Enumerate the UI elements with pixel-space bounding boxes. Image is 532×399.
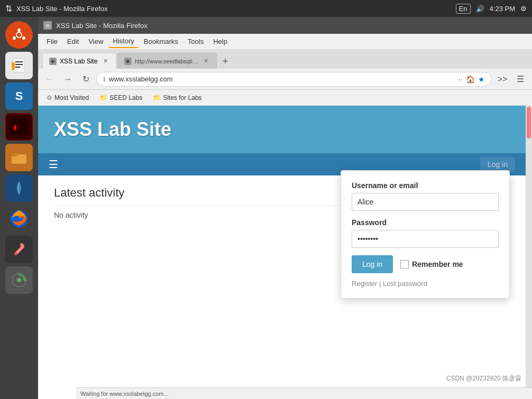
password-input[interactable]	[352, 230, 499, 248]
menu-bar: File Edit View History Bookmarks Tools H…	[38, 34, 532, 50]
tab-close-1[interactable]: ✕	[101, 57, 109, 66]
hamburger-nav-icon[interactable]: ☰	[49, 158, 58, 171]
os-arrows: ⇅	[5, 4, 12, 14]
os-language: En	[456, 4, 471, 14]
sites-for-labs-icon: 📁	[153, 94, 161, 101]
sidebar: S ▮	[0, 17, 38, 399]
page-content: XSS Lab Site ☰ Log in Latest activity No…	[38, 106, 532, 399]
svg-point-2	[13, 36, 16, 40]
more-tools-button[interactable]: >>	[495, 72, 510, 87]
menu-view[interactable]: View	[84, 35, 107, 48]
login-panel: Username or email Password Log in Rememb…	[341, 170, 510, 299]
menu-tools[interactable]: Tools	[184, 35, 208, 48]
seed-labs-label: SEED Labs	[109, 94, 142, 101]
login-links: Register | Lost password	[352, 280, 499, 287]
titlebar-text: XSS Lab Site - Mozilla Firefox	[56, 22, 527, 30]
scrollbar[interactable]	[526, 106, 532, 399]
tab-favicon-1: ⊕	[49, 58, 57, 65]
tab-label-2: http://www.seedlabsqlinje...	[135, 58, 198, 64]
bookmarks-bar: ⚙ Most Visited 📁 SEED Labs 📁 Sites for L…	[38, 90, 532, 106]
os-volume-icon: 🔊	[476, 5, 484, 13]
os-power-icon: ⚙	[520, 5, 527, 13]
os-topbar: ⇅ XSS Lab Site - Mozilla Firefox En 🔊 4:…	[0, 0, 532, 17]
login-button[interactable]: Log in	[352, 255, 393, 273]
site-title: XSS Lab Site	[54, 118, 171, 141]
os-topbar-left: ⇅ XSS Lab Site - Mozilla Firefox	[5, 4, 108, 14]
svg-rect-5	[13, 59, 25, 72]
new-tab-button[interactable]: +	[218, 54, 233, 69]
pocket-icon[interactable]: 🏠	[466, 75, 475, 83]
svg-rect-9	[12, 62, 15, 70]
reload-button[interactable]: ↻	[78, 72, 93, 87]
os-time: 4:23 PM	[490, 5, 515, 13]
nav-login-button[interactable]: Log in	[480, 157, 515, 172]
browser-window: ⊕ XSS Lab Site - Mozilla Firefox File Ed…	[38, 17, 532, 399]
svg-text:▮: ▮	[13, 122, 18, 132]
firefox-icon[interactable]	[5, 205, 33, 233]
bookmark-seed-labs[interactable]: 📁 SEED Labs	[95, 93, 146, 103]
titlebar-favicon: ⊕	[43, 21, 52, 30]
os-topbar-right: En 🔊 4:23 PM ⚙	[456, 4, 527, 14]
seed-labs-icon: 📁	[99, 94, 107, 101]
website: XSS Lab Site ☰ Log in Latest activity No…	[38, 106, 526, 399]
watermark: CSDN @20232820 陈彦霖	[446, 374, 521, 383]
page-body: Latest activity No activity Username or …	[38, 175, 526, 387]
tab-close-2[interactable]: ✕	[201, 57, 210, 66]
tab-label-1: XSS Lab Site	[60, 58, 97, 65]
tab-seedlab[interactable]: ⊕ http://www.seedlabsqlinje... ✕	[117, 53, 217, 69]
sites-for-labs-label: Sites for Labs	[163, 94, 201, 101]
login-actions-row: Log in Remember me	[352, 255, 499, 273]
register-link[interactable]: Register	[352, 280, 377, 287]
terminal-icon[interactable]: ▮	[5, 113, 33, 141]
site-header: XSS Lab Site	[38, 106, 526, 153]
svg-point-1	[17, 29, 21, 32]
notes-icon[interactable]	[5, 52, 33, 79]
links-separator: |	[379, 280, 383, 287]
file-manager-icon[interactable]	[5, 144, 33, 171]
menu-bookmarks[interactable]: Bookmarks	[140, 35, 182, 48]
svg-point-16	[15, 253, 17, 255]
os-title: XSS Lab Site - Mozilla Firefox	[16, 5, 108, 13]
username-label: Username or email	[352, 181, 499, 190]
password-label: Password	[352, 218, 499, 227]
lost-password-link[interactable]: Lost password	[383, 280, 427, 287]
bookmark-sites-for-labs[interactable]: 📁 Sites for Labs	[149, 93, 206, 103]
menu-history[interactable]: History	[108, 35, 138, 48]
hamburger-button[interactable]: ☰	[513, 72, 528, 87]
address-bar: ← → ↻ ℹ www.xsslabelgg.com ··· 🏠 ★ >> ☰	[38, 69, 532, 90]
tab-favicon-2: ⊕	[124, 58, 132, 65]
most-visited-icon: ⚙	[47, 94, 52, 101]
svg-rect-13	[12, 153, 18, 156]
wrench-icon[interactable]	[5, 236, 33, 263]
menu-help[interactable]: Help	[209, 35, 232, 48]
bookmark-star-icon[interactable]: ★	[478, 75, 485, 83]
libreoffice-icon[interactable]: S	[5, 82, 33, 110]
tab-bar: ⊕ XSS Lab Site ✕ ⊕ http://www.seedlabsql…	[38, 50, 532, 69]
update-manager-icon[interactable]	[5, 266, 33, 294]
most-visited-label: Most Visited	[54, 94, 89, 101]
bookmark-most-visited[interactable]: ⚙ Most Visited	[42, 93, 93, 103]
username-input[interactable]	[352, 193, 499, 211]
url-bar[interactable]: ℹ www.xsslabelgg.com ··· 🏠 ★	[96, 72, 492, 87]
remember-me-text: Remember me	[412, 260, 463, 268]
title-bar: ⊕ XSS Lab Site - Mozilla Firefox	[38, 17, 532, 34]
forward-button[interactable]: →	[60, 72, 75, 87]
back-button[interactable]: ←	[42, 72, 57, 87]
status-bar: Waiting for www.xsslabelgg.com...	[76, 387, 532, 399]
wireshark-icon[interactable]	[5, 174, 33, 202]
tab-xss-lab[interactable]: ⊕ XSS Lab Site ✕	[42, 53, 116, 69]
status-text: Waiting for www.xsslabelgg.com...	[80, 391, 168, 397]
more-icon[interactable]: ···	[456, 75, 463, 83]
url-text: www.xsslabelgg.com	[109, 75, 453, 83]
url-icons: ··· 🏠 ★	[456, 75, 485, 83]
remember-me-checkbox[interactable]	[400, 260, 409, 268]
scrollbar-thumb[interactable]	[527, 107, 531, 138]
menu-file[interactable]: File	[42, 35, 62, 48]
remember-me-label[interactable]: Remember me	[400, 260, 463, 268]
ubuntu-icon[interactable]	[5, 21, 33, 49]
svg-point-19	[17, 278, 21, 282]
svg-point-3	[22, 36, 25, 40]
menu-edit[interactable]: Edit	[63, 35, 83, 48]
security-icon: ℹ	[103, 76, 106, 83]
